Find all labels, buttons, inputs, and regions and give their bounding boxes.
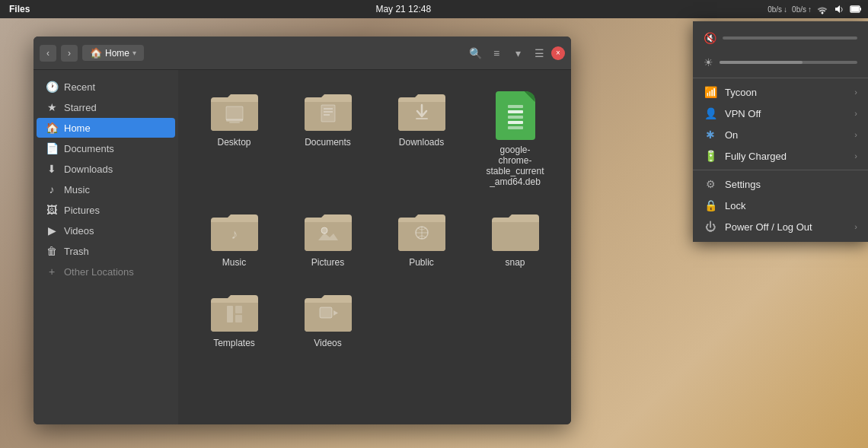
battery-menu-item[interactable]: 🔋 Fully Charged › — [693, 145, 868, 167]
view-dropdown-button[interactable]: ▾ — [509, 44, 527, 62]
file-label-pictures: Pictures — [311, 257, 344, 268]
deb-file-icon — [496, 91, 535, 140]
topbar: Files May 21 12:48 0b/s ↓ 0b/s ↑ — [0, 0, 868, 18]
sidebar-label-documents: Documents — [64, 143, 114, 154]
file-item-public[interactable]: Public — [378, 202, 465, 277]
svg-point-12 — [321, 227, 327, 234]
divider-1 — [693, 78, 868, 78]
nav-back-button[interactable]: ‹ — [40, 45, 56, 62]
menu-button[interactable]: ☰ — [530, 44, 548, 62]
folder-icon-music: ♪ — [209, 211, 260, 253]
file-item-documents[interactable]: Documents — [284, 82, 372, 196]
brightness-row: ☀ — [693, 50, 868, 75]
vpn-menu-item[interactable]: 👤 VPN Off › — [693, 103, 868, 124]
bluetooth-menu-icon: ✱ — [704, 129, 717, 141]
close-button[interactable]: × — [551, 46, 565, 60]
file-item-templates[interactable]: Templates — [190, 283, 278, 357]
wifi-arrow-icon: › — [854, 87, 857, 97]
settings-menu-item[interactable]: ⚙ Settings — [693, 173, 868, 195]
battery-arrow-icon: › — [854, 151, 857, 160]
sidebar-item-starred[interactable]: ★ Starred — [37, 97, 175, 117]
file-item-pictures[interactable]: Pictures — [284, 202, 372, 277]
topbar-right: 0b/s ↓ 0b/s ↑ — [767, 3, 868, 15]
bluetooth-menu-item[interactable]: ✱ On › — [693, 124, 868, 145]
home-icon: 🏠 — [90, 47, 102, 59]
add-location-icon: + — [46, 265, 58, 278]
file-label-public: Public — [409, 257, 434, 268]
folder-icon-downloads — [397, 91, 447, 132]
sidebar-item-trash[interactable]: 🗑 Trash — [37, 241, 175, 261]
brightness-fill — [720, 61, 803, 64]
file-grid: Desktop Documents — [190, 82, 559, 357]
power-menu-label: Power Off / Log Out — [725, 221, 847, 233]
lock-menu-label: Lock — [725, 200, 857, 211]
file-label-chrome-deb: google-chrome-stable_current_amd64.deb — [485, 145, 546, 187]
svg-rect-4 — [226, 119, 243, 122]
volume-icon[interactable] — [833, 3, 845, 15]
bluetooth-arrow-icon: › — [854, 130, 857, 139]
brightness-slider[interactable] — [720, 61, 857, 64]
svg-rect-19 — [320, 307, 332, 318]
sidebar-item-documents[interactable]: 📄 Documents — [37, 138, 175, 158]
location-dropdown-icon: ▾ — [132, 49, 136, 57]
brightness-icon: ☀ — [704, 56, 713, 68]
sidebar-item-videos[interactable]: ▶ Videos — [37, 221, 175, 240]
sidebar-item-pictures[interactable]: 🖼 Pictures — [37, 200, 175, 220]
location-bar[interactable]: 🏠 Home ▾ — [82, 45, 144, 61]
folder-icon-snap — [490, 211, 541, 253]
power-menu-icon: ⏻ — [704, 221, 717, 233]
vpn-menu-icon: 👤 — [704, 107, 717, 119]
file-item-downloads[interactable]: Downloads — [378, 82, 465, 196]
sidebar-label-other: Other Locations — [64, 266, 134, 278]
search-button[interactable]: 🔍 — [466, 44, 484, 62]
file-manager-window: ‹ › 🏠 Home ▾ 🔍 ≡ ▾ ☰ × 🕐 Recent ★ Starre… — [34, 37, 571, 424]
starred-icon: ★ — [46, 101, 58, 113]
wifi-menu-icon: 📶 — [704, 86, 717, 98]
sidebar-item-other-locations[interactable]: + Other Locations — [37, 262, 175, 281]
sidebar-label-music: Music — [64, 184, 90, 195]
settings-menu-label: Settings — [725, 179, 857, 190]
header-actions: 🔍 ≡ ▾ ☰ × — [466, 44, 565, 62]
downloads-icon: ⬇ — [46, 163, 58, 175]
lock-menu-item[interactable]: 🔒 Lock — [693, 195, 868, 216]
folder-icon-desktop — [209, 91, 260, 132]
trash-icon: 🗑 — [46, 245, 58, 257]
wifi-menu-item[interactable]: 📶 Tycoon › — [693, 81, 868, 103]
file-item-chrome-deb[interactable]: google-chrome-stable_current_amd64.deb — [471, 82, 559, 196]
bluetooth-menu-label: On — [725, 129, 847, 141]
sidebar-label-starred: Starred — [64, 102, 97, 113]
folder-icon-templates — [209, 292, 260, 333]
file-item-desktop[interactable]: Desktop — [190, 82, 278, 196]
power-menu-item[interactable]: ⏻ Power Off / Log Out › — [693, 216, 868, 237]
sidebar-label-trash: Trash — [64, 246, 89, 257]
location-label: Home — [105, 48, 129, 59]
sidebar-label-pictures: Pictures — [64, 205, 100, 216]
svg-rect-6 — [321, 105, 335, 122]
nav-forward-button[interactable]: › — [61, 45, 78, 62]
power-arrow-icon: › — [854, 222, 857, 231]
view-list-button[interactable]: ≡ — [487, 44, 506, 62]
volume-mute-icon: 🔇 — [704, 32, 716, 44]
home-sidebar-icon: 🏠 — [46, 122, 58, 134]
sidebar-item-home[interactable]: 🏠 Home — [37, 118, 175, 138]
sidebar-item-recent[interactable]: 🕐 Recent — [37, 77, 175, 97]
volume-slider[interactable] — [723, 37, 857, 40]
file-item-music[interactable]: ♪ Music — [190, 202, 278, 277]
file-label-videos: Videos — [314, 338, 341, 348]
file-item-snap[interactable]: snap — [471, 202, 559, 277]
svg-rect-17 — [235, 306, 242, 313]
sidebar-item-music[interactable]: ♪ Music — [37, 180, 175, 199]
file-item-videos[interactable]: Videos — [284, 283, 372, 357]
settings-menu-icon: ⚙ — [704, 178, 717, 190]
volume-row: 🔇 — [693, 26, 868, 50]
wifi-icon[interactable] — [816, 3, 828, 15]
documents-icon: 📄 — [46, 142, 58, 154]
svg-text:♪: ♪ — [231, 227, 238, 242]
sidebar-item-downloads[interactable]: ⬇ Downloads — [37, 159, 175, 179]
file-label-documents: Documents — [305, 137, 351, 148]
folder-icon-documents — [303, 91, 353, 132]
file-label-templates: Templates — [213, 338, 255, 348]
sidebar-label-downloads: Downloads — [64, 164, 113, 175]
folder-icon-pictures — [303, 211, 353, 253]
battery-icon[interactable] — [850, 3, 862, 15]
